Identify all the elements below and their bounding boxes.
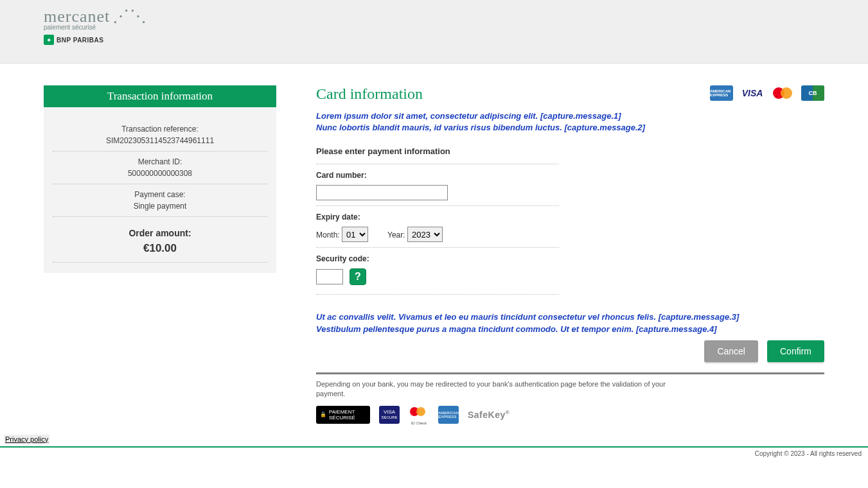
amex-icon: AMERICAN EXPRESS <box>710 85 733 101</box>
logo-dots-icon: ⋰⋱ <box>112 7 147 26</box>
security-code-help-button[interactable]: ? <box>350 268 366 285</box>
security-code-label: Security code: <box>316 254 559 263</box>
separator-line <box>316 372 824 374</box>
visa-secure-icon: VISASECURE <box>379 406 400 424</box>
cb-icon: CB <box>801 85 824 101</box>
payment-info-prompt: Please enter payment information <box>316 146 824 156</box>
year-label: Year: <box>387 231 405 240</box>
transaction-ref-label: Transaction reference: <box>53 125 267 134</box>
cancel-button[interactable]: Cancel <box>704 340 758 362</box>
order-amount-label: Order amount: <box>53 228 267 238</box>
bank-redirect-note: Depending on your bank, you may be redir… <box>316 379 676 399</box>
mastercard-id-check-icon: ID Check <box>409 406 429 424</box>
transaction-info-panel: Transaction information Transaction refe… <box>44 85 276 273</box>
bnp-stars-icon: ✦ <box>44 35 54 45</box>
capture-message-4: Vestibulum pellentesque purus a magna ti… <box>316 324 824 335</box>
security-code-input[interactable] <box>316 269 343 284</box>
capture-message-2: Nunc lobortis blandit mauris, id varius … <box>316 122 824 134</box>
card-number-input[interactable] <box>316 185 448 200</box>
confirm-button[interactable]: Confirm <box>767 340 824 362</box>
cb-paiement-securise-icon: 🔒PAIEMENT SÉCURISÉ <box>316 406 370 424</box>
bnp-text: BNP PARIBAS <box>57 37 103 44</box>
payment-case-value: Single payment <box>53 202 267 211</box>
header: mercanet ⋰⋱ paiement sécurisé ✦ BNP PARI… <box>0 0 868 64</box>
transaction-info-title: Transaction information <box>44 85 276 107</box>
card-information-title: Card information <box>316 85 423 103</box>
logo-subtitle: paiement sécurisé <box>44 24 868 31</box>
capture-message-3: Ut ac convallis velit. Vivamus et leo eu… <box>316 311 824 323</box>
payment-case-label: Payment case: <box>53 190 267 199</box>
amex-secure-icon: AMERICAN EXPRESS <box>438 406 459 424</box>
expiry-year-select[interactable]: 20232024202520262027202820292030 <box>407 227 443 242</box>
expiry-month-select[interactable]: 010203040506070809101112 <box>342 227 368 242</box>
order-amount-value: €10.00 <box>53 242 267 255</box>
security-logos: 🔒PAIEMENT SÉCURISÉ VISASECURE ID Check A… <box>316 406 824 424</box>
month-label: Month: <box>316 231 340 240</box>
expiry-date-label: Expiry date: <box>316 213 559 222</box>
mastercard-icon <box>772 86 793 100</box>
copyright-text: Copyright © 2023 - All rights reserved <box>0 448 868 457</box>
merchant-id-label: Merchant ID: <box>53 157 267 166</box>
bnp-paribas-logo: ✦ BNP PARIBAS <box>44 35 868 45</box>
accepted-cards: AMERICAN EXPRESS VISA CB <box>710 85 824 101</box>
mercanet-logo: mercanet ⋰⋱ paiement sécurisé ✦ BNP PARI… <box>44 6 868 45</box>
transaction-ref-value: SIM2023053114523744961111 <box>53 136 267 145</box>
card-number-label: Card number: <box>316 171 559 180</box>
safekey-icon: SafeKey® <box>468 410 509 420</box>
privacy-policy-link[interactable]: Privacy policy <box>4 435 49 444</box>
card-form-panel: Card information AMERICAN EXPRESS VISA C… <box>316 85 824 424</box>
capture-message-1: Lorem ipsum dolor sit amet, consectetur … <box>316 110 824 122</box>
logo-text: mercanet <box>44 7 110 26</box>
visa-icon: VISA <box>741 85 764 101</box>
merchant-id-value: 500000000000308 <box>53 169 267 178</box>
